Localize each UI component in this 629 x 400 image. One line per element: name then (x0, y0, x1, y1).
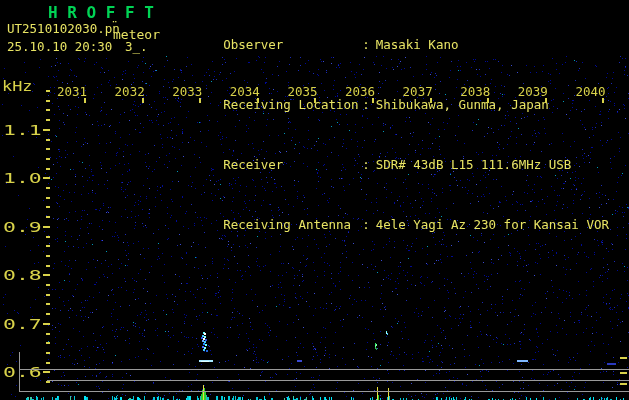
y-axis-tick (46, 284, 50, 286)
x-axis-label: 2039 (518, 84, 552, 99)
y-axis-tick (46, 294, 50, 296)
x-axis-tick (199, 98, 201, 103)
x-axis-tick (545, 98, 547, 103)
y-axis-tick (46, 206, 50, 208)
x-axis-label: 2031 (57, 84, 91, 99)
x-axis-tick (372, 98, 374, 103)
y-axis-tick (46, 381, 50, 383)
y-axis-tick (46, 303, 50, 305)
x-axis-label: 2040 (575, 84, 609, 99)
y-axis-label: 0.6 (3, 364, 42, 381)
y-axis-tick (43, 274, 50, 276)
x-axis-label: 2034 (230, 84, 264, 99)
level-strip-gridline-bottom (19, 391, 629, 392)
x-axis-tick (257, 98, 259, 103)
y-axis-tick (43, 226, 50, 228)
level-strip-left-border (19, 352, 20, 392)
y-axis-tick (46, 255, 50, 257)
y-axis-label: 1.0 (3, 170, 42, 187)
y-axis-tick (46, 197, 50, 199)
x-axis-tick (84, 98, 86, 103)
x-axis-label: 2035 (287, 84, 321, 99)
x-axis-label: 2032 (115, 84, 149, 99)
y-axis-tick (46, 109, 50, 111)
x-axis-label: 2037 (403, 84, 437, 99)
axes-layer: 2031203220332034203520362037203820392040… (0, 0, 629, 400)
x-axis-label: 2036 (345, 84, 379, 99)
y-axis-tick (46, 342, 50, 344)
x-axis-tick (487, 98, 489, 103)
y-axis-tick (46, 333, 50, 335)
x-axis-tick (142, 98, 144, 103)
y-axis-tick (46, 168, 50, 170)
y-axis-tick (43, 129, 50, 131)
level-strip-right-tick (620, 357, 627, 359)
y-axis-tick (43, 371, 50, 373)
y-axis-tick (46, 236, 50, 238)
y-axis-tick (46, 119, 50, 121)
hrofft-screen: H R O F F T UT2510102030.pn ¨ meteor 25.… (0, 0, 629, 400)
y-axis-label: 1.1 (3, 122, 42, 139)
y-axis-tick (46, 187, 50, 189)
y-axis-tick (46, 216, 50, 218)
y-axis-tick (46, 313, 50, 315)
level-strip-gridline-top (19, 369, 629, 370)
y-axis-label: 0.8 (3, 267, 42, 284)
x-axis-label: 2033 (172, 84, 206, 99)
y-axis-tick (46, 352, 50, 354)
y-axis-tick (46, 245, 50, 247)
y-axis-tick (46, 100, 50, 102)
x-axis-tick (314, 98, 316, 103)
x-axis-tick (430, 98, 432, 103)
y-axis-tick (46, 362, 50, 364)
y-axis-tick (43, 177, 50, 179)
y-axis-tick (46, 90, 50, 92)
y-axis-tick (46, 158, 50, 160)
level-strip-gridline-mid (47, 380, 629, 381)
x-axis-tick (602, 98, 604, 103)
y-axis-label: 0.7 (3, 316, 42, 333)
level-strip-right-tick (620, 383, 627, 385)
y-axis-tick (43, 323, 50, 325)
y-axis-tick (46, 139, 50, 141)
y-axis-tick (46, 265, 50, 267)
y-axis-tick (46, 148, 50, 150)
level-strip-right-tick (620, 372, 627, 374)
y-axis-label: 0.9 (3, 219, 42, 236)
x-axis-label: 2038 (460, 84, 494, 99)
